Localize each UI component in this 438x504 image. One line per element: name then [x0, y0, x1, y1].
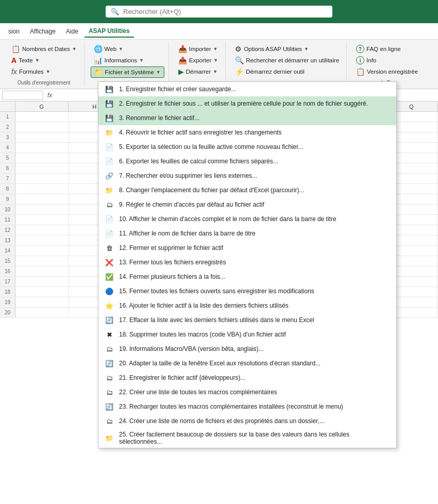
spreadsheet-cell[interactable] — [15, 277, 69, 287]
menu-item-text: 21. Enregistrer le fichier actif {dévelo… — [119, 374, 391, 381]
import-icon: 📥 — [178, 45, 187, 53]
menu-item[interactable]: 💾1. Enregistrer fichier et créer sauvega… — [98, 82, 396, 96]
menu-item-icon: 🔵 — [104, 287, 115, 296]
spreadsheet-cell[interactable] — [15, 287, 69, 297]
btn-exporter[interactable]: 📤 Exporter ▼ — [175, 55, 221, 65]
menu-item[interactable]: 🔄20. Adapter la taille de la fenêtre Exc… — [98, 356, 396, 371]
info-grid-icon: 📊 — [94, 56, 103, 64]
btn-importer[interactable]: 📥 Importer ▼ — [175, 44, 221, 54]
search-input[interactable] — [123, 8, 327, 15]
menu-item[interactable]: 🔄23. Recharger toutes les macros complém… — [98, 399, 396, 414]
menu-item-text: 7. Rechercher et/ou supprimer les liens … — [119, 172, 391, 179]
menu-item-icon: 🗂 — [104, 388, 115, 397]
spreadsheet-cell[interactable] — [15, 112, 69, 122]
dropdown-menu: 💾1. Enregistrer fichier et créer sauvega… — [98, 81, 397, 448]
btn-demarrer[interactable]: ▶ Démarrer ▼ — [175, 66, 221, 77]
question-icon: ? — [356, 45, 364, 53]
menu-item[interactable]: 💾3. Renommer le fichier actif... — [98, 111, 396, 125]
ribbon-group-outils: 📋 Nombres et Dates ▼ A Texte ▼ fx Formul… — [4, 42, 85, 87]
menu-item-text: 3. Renommer le fichier actif... — [119, 114, 391, 122]
spreadsheet-cell[interactable] — [15, 225, 69, 235]
menu-item[interactable]: 🔗7. Rechercher et/ou supprimer les liens… — [98, 169, 396, 183]
spreadsheet-cell[interactable] — [15, 194, 69, 204]
menu-item[interactable]: 🗂9. Régler le chemin d'accès par défaut … — [98, 197, 396, 212]
spreadsheet-cell[interactable] — [15, 132, 69, 142]
menu-item-affichage[interactable]: Affichage — [26, 26, 60, 37]
menu-item[interactable]: 🗂21. Enregistrer le fichier actif {dével… — [98, 371, 396, 385]
menu-item[interactable]: ❌13. Fermer tous les fichiers enregistré… — [98, 255, 396, 270]
menu-item[interactable]: ✅14. Fermer plusieurs fichiers à la fois… — [98, 270, 396, 284]
ribbon-group-import: 📥 Importer ▼ 📤 Exporter ▼ ▶ Démarrer ▼ — [171, 42, 226, 87]
spreadsheet-cell[interactable] — [15, 163, 69, 173]
menu-item[interactable]: 📄10. Afficher le chemin d'accès complet … — [98, 212, 396, 226]
spreadsheet-cell[interactable] — [15, 236, 69, 245]
menu-item-icon: 💾 — [104, 113, 115, 123]
menu-item-text: 11. Afficher le nom de fichier dans la b… — [119, 230, 391, 237]
menu-item-sion[interactable]: sion — [4, 26, 24, 37]
menu-item-icon: 📄 — [104, 142, 115, 152]
menu-item[interactable]: 📄5. Exporter la sélection ou la feuille … — [98, 140, 396, 154]
spreadsheet-cell[interactable] — [15, 122, 69, 132]
chevron-down-icon: ▼ — [213, 58, 218, 63]
menu-item-icon: 🗂 — [104, 344, 115, 354]
chevron-down-icon: ▼ — [139, 58, 144, 63]
spreadsheet-cell[interactable] — [15, 174, 69, 183]
spreadsheet-cell[interactable] — [15, 215, 69, 225]
spreadsheet-cell[interactable] — [15, 143, 69, 153]
menu-item[interactable]: 🗑12. Fermer et supprimer le fichier acti… — [98, 241, 396, 255]
menu-item[interactable]: 🗂19. Informations Macro/VBA (version bêt… — [98, 342, 396, 356]
name-box[interactable] — [2, 91, 43, 100]
menu-item[interactable]: 💾2. Enregistrer le fichier sous ... et u… — [98, 96, 396, 111]
menu-item[interactable]: 🗂22. Créer une liste de toutes les macro… — [98, 385, 396, 399]
spreadsheet-cell[interactable] — [15, 266, 69, 276]
btn-dernier-outil[interactable]: ⚡ Démarrez dernier outil — [232, 66, 308, 77]
spreadsheet-cell[interactable] — [15, 184, 69, 194]
btn-rechercher-utilitaire[interactable]: 🔍 Rechercher et démarrer un utilitaire — [232, 55, 342, 65]
btn-texte[interactable]: A Texte ▼ — [8, 55, 43, 65]
menu-item[interactable]: 🔵15. Fermer toutes les fichiers ouverts … — [98, 284, 396, 298]
group-title-outils: Outils d'enregistrement — [8, 78, 80, 86]
version-icon: 📋 — [356, 68, 365, 76]
menu-item-icon: ⭐ — [104, 301, 115, 310]
menu-item-icon: 🔄 — [104, 359, 115, 368]
menu-item-icon: 🗂 — [104, 416, 115, 426]
menu-item-text: 15. Fermer toutes les fichiers ouverts s… — [119, 288, 391, 295]
spreadsheet-cell[interactable] — [15, 256, 69, 266]
menu-item[interactable]: 🔄17. Effacer la liste avec les derniers … — [98, 313, 396, 327]
menu-item[interactable]: 📁25. Créer facilement beaucoup de dossie… — [98, 428, 396, 448]
menu-item-text: 16. Ajouter le fichier actif à la liste … — [119, 302, 391, 309]
btn-formules[interactable]: fx Formules ▼ — [8, 66, 54, 77]
menu-item-asap[interactable]: ASAP Utilities — [85, 25, 134, 38]
menu-item[interactable]: 🗂24. Créer une liste de noms de fichiers… — [98, 414, 396, 428]
menu-item-icon: 💾 — [104, 99, 115, 108]
btn-nombres-dates[interactable]: 📋 Nombres et Dates ▼ — [8, 44, 80, 54]
menu-item-text: 19. Informations Macro/VBA (version bêta… — [119, 345, 391, 352]
btn-informations[interactable]: 📊 Informations ▼ — [91, 55, 147, 65]
spreadsheet-cell[interactable] — [15, 205, 69, 214]
menu-item[interactable]: ✖18. Supprimer toutes les macros (code V… — [98, 327, 396, 342]
btn-info[interactable]: i Info — [353, 55, 379, 65]
spreadsheet-cell[interactable] — [15, 246, 69, 256]
web-icon: 🌐 — [94, 45, 103, 53]
formula-icon: fx — [11, 68, 17, 76]
menu-item[interactable]: 📁4. Réouvrir le fichier actif sans enreg… — [98, 125, 396, 140]
btn-faq[interactable]: ? FAQ en ligne — [353, 44, 403, 54]
menu-item-text: 6. Exporter les feuilles de calcul comme… — [119, 158, 391, 165]
menu-item[interactable]: ⭐16. Ajouter le fichier actif à la liste… — [98, 298, 396, 313]
menu-item-aide[interactable]: Aide — [62, 26, 82, 37]
menu-item-text: 10. Afficher le chemin d'accès complet e… — [119, 215, 391, 223]
btn-options-asap[interactable]: ⚙ Options ASAP Utilities ▼ — [232, 44, 312, 54]
menu-item-icon: 🔄 — [104, 315, 115, 325]
btn-fichier-systeme[interactable]: 📁 Fichier et Système ▼ — [91, 66, 164, 78]
menu-item[interactable]: 📄6. Exporter les feuilles de calcul comm… — [98, 154, 396, 169]
spreadsheet-cell[interactable] — [15, 153, 69, 163]
menu-item-text: 17. Effacer la liste avec les derniers f… — [119, 316, 391, 324]
btn-web[interactable]: 🌐 Web ▼ — [91, 44, 126, 54]
spreadsheet-cell[interactable] — [15, 297, 69, 307]
menu-item[interactable]: 📄11. Afficher le nom de fichier dans la … — [98, 226, 396, 241]
menu-item[interactable]: 📁8. Changer l'emplacement du fichier par… — [98, 183, 396, 197]
spreadsheet-cell[interactable] — [15, 308, 69, 317]
menu-item-text: 23. Recharger toutes les macros compléme… — [119, 403, 391, 410]
menu-item-icon: 🗑 — [104, 243, 115, 253]
btn-version[interactable]: 📋 Version enregistrée — [353, 66, 421, 77]
